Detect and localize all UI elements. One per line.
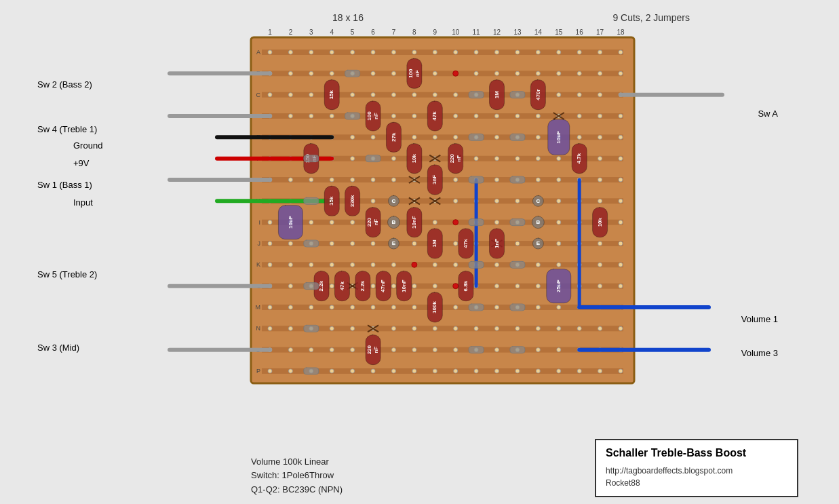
- title-box: Schaller Treble-Bass Boost http://tagboa…: [595, 439, 798, 497]
- info-line3: Q1-Q2: BC239C (NPN): [251, 483, 343, 497]
- circuit-url: http://tagboardeffects.blogspot.com: [606, 465, 787, 477]
- circuit-author: Rocket88: [606, 477, 787, 489]
- info-box: Volume 100k Linear Switch: 1Pole6Throw Q…: [251, 455, 343, 497]
- info-line2: Switch: 1Pole6Throw: [251, 469, 343, 483]
- main-container: 18 x 16 9 Cuts, 2 Jumpers Sw 2 (Bass 2) …: [0, 0, 839, 504]
- board-canvas: [0, 0, 839, 504]
- info-line1: Volume 100k Linear: [251, 455, 343, 469]
- circuit-title: Schaller Treble-Bass Boost: [606, 447, 787, 459]
